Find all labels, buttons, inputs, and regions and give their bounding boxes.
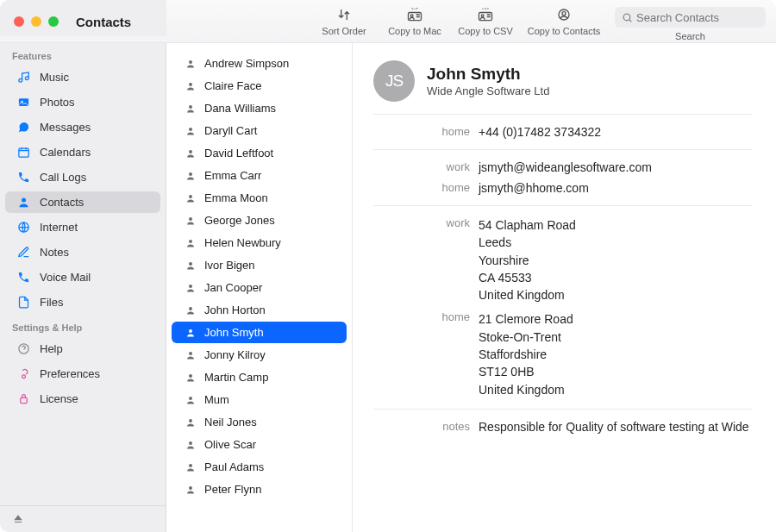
person-icon — [185, 260, 197, 271]
sidebar-item-label: Help — [40, 342, 63, 355]
copy-to-csv-button[interactable]: CSV Copy to CSV — [451, 7, 520, 36]
copy-to-contacts-label: Copy to Contacts — [528, 26, 600, 36]
svg-point-33 — [189, 419, 192, 422]
photos-icon — [16, 96, 31, 109]
contact-name-label: Jan Cooper — [204, 281, 262, 294]
svg-point-28 — [189, 307, 192, 310]
notes-value: Responsible for Quality of software test… — [479, 420, 752, 434]
contact-list-item[interactable]: Helen Newbury — [172, 232, 347, 253]
address-value: 54 Clapham RoadLeedsYourshireCA 45533Uni… — [479, 216, 752, 304]
search-field[interactable] — [615, 7, 766, 28]
contact-list[interactable]: Andrew SimpsonClaire FaceDana WilliamsDa… — [166, 43, 353, 532]
eject-icon[interactable] — [12, 513, 153, 525]
contact-name-label: Neil Jones — [204, 416, 257, 429]
voice-mail-icon — [16, 271, 31, 284]
contact-list-item[interactable]: John Horton — [172, 299, 347, 321]
contact-list-item[interactable]: Paul Adams — [172, 456, 347, 478]
person-icon — [185, 81, 197, 91]
sidebar-item-internet[interactable]: Internet — [5, 216, 160, 238]
contact-list-item[interactable]: Emma Carr — [172, 165, 347, 186]
svg-point-15 — [22, 375, 25, 379]
contact-list-item[interactable]: Ivor Bigen — [172, 254, 347, 276]
fullscreen-window-button[interactable] — [48, 16, 59, 27]
sort-order-button[interactable]: Sort Order — [310, 7, 379, 36]
sidebar-item-label: Internet — [40, 221, 78, 234]
sidebar-item-preferences[interactable]: Preferences — [5, 363, 160, 385]
sidebar-item-label: Calendars — [40, 146, 91, 159]
svg-point-24 — [189, 217, 192, 221]
phone-value[interactable]: +44 (0)17482 3734322 — [479, 125, 752, 139]
svg-point-2 — [410, 15, 413, 17]
copy-to-contacts-button[interactable]: Copy to Contacts — [522, 7, 606, 36]
close-window-button[interactable] — [14, 16, 24, 27]
sort-icon — [337, 7, 351, 22]
sidebar-item-help[interactable]: Help — [5, 338, 160, 360]
minimize-window-button[interactable] — [31, 16, 41, 27]
contact-list-item[interactable]: Daryll Cart — [172, 120, 347, 141]
preferences-icon — [16, 367, 31, 380]
app-title: Contacts — [76, 15, 131, 29]
person-icon — [185, 238, 197, 248]
contact-list-item[interactable]: Andrew Simpson — [172, 53, 347, 74]
notes-group: notes Responsible for Quality of softwar… — [373, 409, 752, 444]
svg-point-8 — [623, 14, 630, 21]
contact-name-label: John Horton — [204, 304, 266, 316]
messages-icon — [16, 121, 31, 134]
svg-point-26 — [189, 262, 192, 266]
sidebar-item-music[interactable]: Music — [5, 66, 160, 88]
detail-header: JS John Smyth Wide Angle Software Ltd — [373, 60, 752, 114]
contact-list-item[interactable]: Olive Scar — [172, 434, 347, 455]
search-label: Search — [675, 31, 705, 41]
sidebar-item-messages[interactable]: Messages — [5, 116, 160, 138]
person-icon — [185, 103, 197, 114]
sidebar-item-voice-mail[interactable]: Voice Mail — [5, 266, 160, 288]
sidebar-item-photos[interactable]: Photos — [5, 91, 160, 113]
sidebar-item-label: Call Logs — [40, 171, 86, 184]
sidebar-item-files[interactable]: Files — [5, 291, 160, 313]
app-window: Contacts Sort Order VCF Copy to Mac — [0, 0, 776, 532]
sidebar-section-settings-help: Settings & Help — [0, 315, 166, 336]
contact-list-item[interactable]: Neil Jones — [172, 411, 347, 433]
email-value[interactable]: jsmyth@hhome.com — [479, 181, 752, 195]
sidebar-item-label: Preferences — [40, 367, 100, 380]
contact-list-item[interactable]: Mum — [172, 389, 347, 410]
sidebar-item-license[interactable]: License — [5, 388, 160, 410]
svg-point-31 — [189, 374, 192, 378]
contact-name-label: Martin Camp — [204, 371, 268, 384]
person-icon — [185, 171, 197, 181]
copy-to-mac-button[interactable]: VCF Copy to Mac — [380, 7, 449, 36]
contact-name-label: Claire Face — [204, 79, 261, 92]
contact-list-item[interactable]: Jan Cooper — [172, 277, 347, 298]
contact-list-item[interactable]: Peter Flynn — [172, 479, 347, 500]
person-icon — [185, 350, 197, 360]
sidebar-item-contacts[interactable]: Contacts — [5, 191, 160, 213]
contact-list-item[interactable]: John Smyth — [172, 322, 347, 343]
contact-list-item[interactable]: Martin Camp — [172, 366, 347, 388]
window-controls — [14, 16, 59, 27]
search-input[interactable] — [636, 11, 759, 24]
contact-list-item[interactable]: Emma Moon — [172, 187, 347, 209]
phone-label: home — [373, 125, 479, 138]
search-wrap: Search — [615, 7, 766, 41]
copy-to-mac-label: Copy to Mac — [388, 26, 441, 36]
sidebar-item-calendars[interactable]: Calendars — [5, 141, 160, 163]
svg-point-35 — [189, 464, 192, 467]
sidebar-item-call-logs[interactable]: Call Logs — [5, 166, 160, 188]
contact-list-item[interactable]: George Jones — [172, 210, 347, 231]
person-icon — [185, 59, 197, 69]
svg-point-17 — [189, 60, 192, 64]
contact-list-item[interactable]: Dana Williams — [172, 97, 347, 119]
contact-list-item[interactable]: David Leftfoot — [172, 142, 347, 164]
sidebar-item-notes[interactable]: Notes — [5, 241, 160, 263]
svg-text:CSV: CSV — [482, 8, 490, 10]
contact-list-item[interactable]: Jonny Kilroy — [172, 344, 347, 366]
address-label: home — [373, 310, 479, 323]
sidebar-item-label: Files — [40, 296, 63, 309]
help-icon — [16, 342, 31, 355]
contact-list-item[interactable]: Claire Face — [172, 75, 347, 97]
svg-point-36 — [189, 486, 192, 490]
person-icon — [185, 283, 197, 293]
files-icon — [16, 296, 31, 309]
email-value[interactable]: jsmyth@wideanglesoftware.com — [479, 160, 752, 174]
person-icon — [185, 417, 197, 428]
